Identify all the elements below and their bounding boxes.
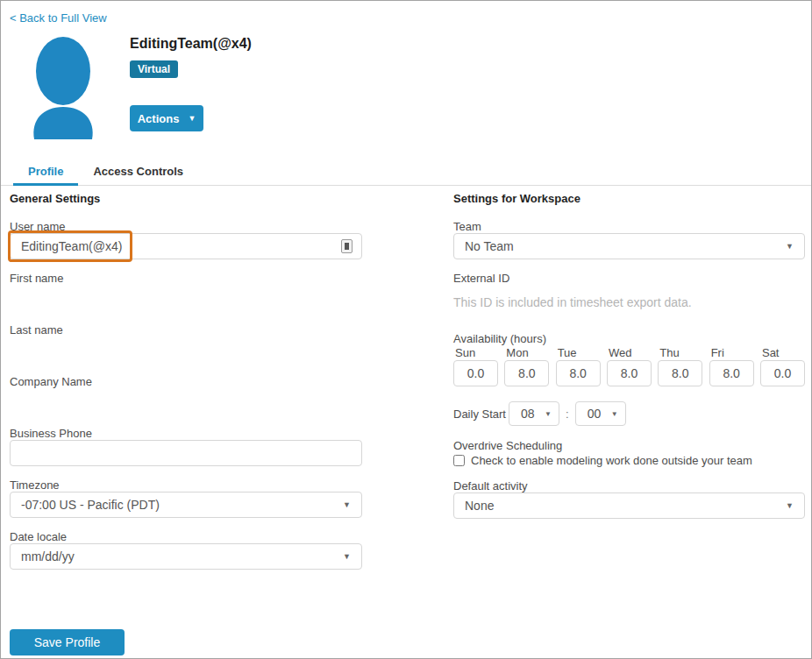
overdrive-checkbox-row: Check to enable modeling work done outsi… (453, 454, 805, 467)
business-phone-label: Business Phone (10, 427, 362, 440)
day-hours-input[interactable] (658, 360, 702, 386)
overdrive-checkbox-label: Check to enable modeling work done outsi… (471, 454, 752, 467)
tab-bar: Profile Access Controls (1, 163, 811, 186)
user-name-input[interactable] (10, 233, 362, 259)
virtual-badge: Virtual (130, 60, 178, 78)
timezone-select[interactable]: -07:00 US - Pacific (PDT) ▼ (10, 492, 362, 518)
tab-profile[interactable]: Profile (13, 160, 78, 186)
day-hours-input[interactable] (556, 360, 601, 386)
workspace-settings-heading: Settings for Workspace (453, 192, 805, 205)
daily-start-hour-value: 08 (521, 407, 535, 421)
chevron-down-icon: ▼ (343, 500, 351, 509)
company-name-input[interactable] (10, 388, 362, 415)
time-separator: : (566, 407, 569, 421)
chevron-down-icon: ▼ (188, 114, 196, 123)
user-name-field-wrap (10, 233, 362, 259)
business-phone-input[interactable] (10, 440, 362, 466)
general-settings-heading: General Settings (10, 192, 362, 205)
daily-start-hour-select[interactable]: 08 ▼ (509, 401, 559, 426)
timezone-label: Timezone (10, 478, 362, 492)
external-id-label: External ID (453, 272, 805, 285)
company-name-label: Company Name (10, 375, 362, 388)
autofill-icon (341, 239, 353, 253)
day-name: Thu (658, 346, 702, 359)
date-locale-select-value: mm/dd/yy (21, 549, 75, 563)
team-select-value: No Team (465, 239, 514, 253)
daily-start-row: Daily Start 08 ▼ : 00 ▼ (453, 401, 805, 426)
actions-button[interactable]: Actions ▼ (130, 105, 203, 131)
actions-button-label: Actions (138, 112, 180, 125)
chevron-down-icon: ▼ (786, 501, 794, 510)
chevron-down-icon: ▼ (611, 410, 618, 418)
availability-day: Sat (760, 346, 805, 386)
day-name: Wed (607, 346, 652, 359)
user-name-label: User name (10, 220, 362, 233)
availability-label: Availability (hours) (453, 332, 805, 345)
chevron-down-icon: ▼ (786, 242, 794, 251)
availability-day: Mon (504, 346, 549, 386)
day-name: Tue (556, 346, 601, 359)
date-locale-label: Date locale (10, 530, 362, 543)
day-hours-input[interactable] (607, 360, 652, 386)
overdrive-scheduling-label: Overdrive Scheduling (453, 439, 805, 452)
page-title: EditingTeam(@x4) (130, 36, 252, 52)
chevron-down-icon: ▼ (545, 410, 552, 418)
day-hours-input[interactable] (760, 360, 805, 386)
availability-day: Sun (453, 346, 498, 386)
daily-start-minute-value: 00 (588, 407, 602, 421)
timezone-select-value: -07:00 US - Pacific (PDT) (21, 498, 160, 512)
date-locale-select[interactable]: mm/dd/yy ▼ (10, 543, 362, 570)
day-hours-input[interactable] (504, 360, 549, 386)
day-name: Sat (760, 346, 805, 359)
availability-day: Thu (658, 346, 702, 386)
general-settings-section: General Settings User name First name La… (10, 190, 362, 655)
last-name-label: Last name (10, 323, 362, 337)
daily-start-minute-select[interactable]: 00 ▼ (575, 401, 626, 426)
profile-page: < Back to Full View EditingTeam(@x4) Vir… (0, 0, 812, 659)
day-hours-input[interactable] (453, 360, 498, 386)
first-name-label: First name (10, 272, 362, 285)
team-label: Team (453, 220, 805, 233)
back-to-full-view-link[interactable]: < Back to Full View (10, 11, 107, 25)
default-activity-select-value: None (465, 499, 494, 513)
save-profile-button[interactable]: Save Profile (10, 629, 125, 655)
first-name-input[interactable] (10, 285, 362, 311)
last-name-input[interactable] (10, 337, 362, 363)
daily-start-label: Daily Start (453, 407, 509, 421)
overdrive-checkbox[interactable] (453, 455, 465, 466)
chevron-down-icon: ▼ (343, 552, 351, 561)
day-name: Sun (453, 346, 498, 359)
tab-access-controls[interactable]: Access Controls (78, 160, 198, 186)
availability-day: Wed (607, 346, 652, 386)
availability-day: Fri (709, 346, 754, 386)
day-hours-input[interactable] (709, 360, 754, 386)
availability-days-row: Sun Mon Tue Wed Thu Fri (453, 346, 805, 386)
external-id-note[interactable]: This ID is included in timesheet export … (453, 295, 805, 309)
day-name: Fri (709, 346, 754, 359)
team-select[interactable]: No Team ▼ (453, 233, 805, 259)
avatar (18, 34, 108, 139)
default-activity-label: Default activity (453, 479, 805, 492)
workspace-settings-section: Settings for Workspace Team No Team ▼ Ex… (453, 190, 805, 519)
default-activity-select[interactable]: None ▼ (453, 492, 805, 519)
day-name: Mon (504, 346, 549, 359)
availability-day: Tue (556, 346, 601, 386)
